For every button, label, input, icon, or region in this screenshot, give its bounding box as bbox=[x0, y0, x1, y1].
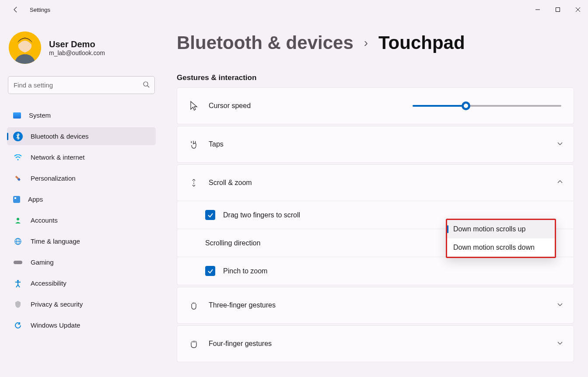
user-profile[interactable]: User Demo m_lab@outlook.com bbox=[9, 31, 154, 64]
svg-line-4 bbox=[147, 86, 149, 87]
chevron-down-icon bbox=[557, 301, 563, 309]
scrolling-direction-dropdown: Down motion scrolls up Down motion scrol… bbox=[446, 219, 556, 258]
taps-label: Taps bbox=[209, 140, 557, 148]
option-scrolls-down[interactable]: Down motion scrolls down bbox=[447, 238, 555, 257]
option-scrolls-up[interactable]: Down motion scrolls up bbox=[447, 220, 555, 238]
nav-apps[interactable]: Apps bbox=[7, 190, 156, 208]
scrolling-direction-row[interactable]: Scrolling direction Down motion scrolls … bbox=[177, 229, 574, 257]
svg-point-3 bbox=[144, 82, 148, 86]
chevron-up-icon bbox=[557, 179, 563, 187]
nav-accessibility[interactable]: Accessibility bbox=[7, 274, 156, 292]
update-icon bbox=[13, 321, 23, 330]
taps-card[interactable]: Taps bbox=[177, 126, 574, 163]
cursor-icon bbox=[188, 101, 200, 111]
user-name: User Demo bbox=[49, 39, 105, 49]
maximize-button[interactable] bbox=[548, 0, 568, 19]
tap-icon bbox=[188, 140, 200, 149]
svg-rect-1 bbox=[556, 8, 560, 12]
svg-point-5 bbox=[18, 159, 19, 160]
svg-point-12 bbox=[17, 280, 19, 282]
cursor-speed-card: Cursor speed bbox=[177, 87, 574, 124]
three-finger-label: Three-finger gestures bbox=[209, 301, 557, 309]
four-finger-card[interactable]: Four-finger gestures bbox=[177, 325, 574, 362]
user-email: m_lab@outlook.com bbox=[49, 49, 105, 56]
window-title: Settings bbox=[30, 7, 50, 13]
svg-rect-11 bbox=[14, 261, 22, 264]
cursor-speed-label: Cursor speed bbox=[209, 102, 413, 110]
nav-privacy[interactable]: Privacy & security bbox=[7, 295, 156, 313]
minimize-button[interactable] bbox=[528, 0, 548, 19]
svg-point-14 bbox=[193, 183, 194, 184]
four-finger-label: Four-finger gestures bbox=[209, 340, 557, 348]
pinch-to-zoom-checkbox[interactable] bbox=[205, 266, 215, 276]
four-finger-icon bbox=[188, 339, 200, 349]
scroll-zoom-label: Scroll & zoom bbox=[209, 179, 557, 187]
breadcrumb: Bluetooth & devices › Touchpad bbox=[177, 32, 574, 53]
three-finger-icon bbox=[188, 300, 200, 310]
close-button[interactable] bbox=[568, 0, 588, 19]
paintbrush-icon bbox=[11, 171, 24, 185]
main-content: Bluetooth & devices › Touchpad Gestures … bbox=[163, 19, 588, 377]
nav-time-language[interactable]: Time & language bbox=[7, 232, 156, 250]
titlebar: Settings bbox=[0, 0, 588, 19]
nav-network[interactable]: Network & internet bbox=[7, 148, 156, 166]
svg-point-13 bbox=[193, 182, 194, 182]
svg-rect-6 bbox=[15, 175, 19, 179]
nav-accounts[interactable]: Accounts bbox=[7, 211, 156, 229]
gamepad-icon bbox=[13, 258, 23, 267]
shield-icon bbox=[13, 300, 23, 309]
scroll-zoom-header[interactable]: Scroll & zoom bbox=[177, 165, 574, 201]
accessibility-icon bbox=[13, 279, 23, 288]
chevron-right-icon: › bbox=[364, 36, 368, 50]
nav-system[interactable]: System bbox=[7, 106, 156, 124]
page-title: Touchpad bbox=[378, 32, 465, 53]
scroll-icon bbox=[188, 178, 200, 188]
breadcrumb-parent[interactable]: Bluetooth & devices bbox=[177, 32, 354, 53]
chevron-down-icon bbox=[557, 140, 563, 148]
nav-bluetooth-devices[interactable]: Bluetooth & devices bbox=[7, 127, 156, 145]
nav-personalization[interactable]: Personalization bbox=[7, 169, 156, 187]
search-input[interactable] bbox=[8, 76, 155, 94]
three-finger-card[interactable]: Three-finger gestures bbox=[177, 287, 574, 324]
sidebar: User Demo m_lab@outlook.com System Bluet… bbox=[0, 19, 163, 377]
monitor-icon bbox=[13, 112, 21, 119]
back-button[interactable] bbox=[10, 4, 21, 15]
avatar bbox=[9, 31, 41, 64]
person-icon bbox=[13, 216, 23, 225]
drag-two-fingers-checkbox[interactable] bbox=[205, 210, 215, 220]
nav-windows-update[interactable]: Windows Update bbox=[7, 316, 156, 334]
section-title: Gestures & interaction bbox=[177, 73, 574, 82]
svg-point-7 bbox=[17, 218, 19, 220]
apps-icon bbox=[13, 196, 20, 203]
search-icon bbox=[143, 81, 150, 90]
cursor-speed-slider[interactable] bbox=[413, 105, 561, 107]
scroll-zoom-card: Scroll & zoom Drag two fingers to scroll… bbox=[177, 164, 574, 285]
bluetooth-icon bbox=[13, 132, 23, 141]
nav-gaming[interactable]: Gaming bbox=[7, 253, 156, 271]
globe-icon bbox=[13, 237, 23, 246]
nav-list: System Bluetooth & devices Network & int… bbox=[7, 106, 156, 334]
wifi-icon bbox=[13, 153, 23, 162]
chevron-down-icon bbox=[557, 340, 563, 348]
pinch-to-zoom-row[interactable]: Pinch to zoom bbox=[177, 257, 574, 285]
